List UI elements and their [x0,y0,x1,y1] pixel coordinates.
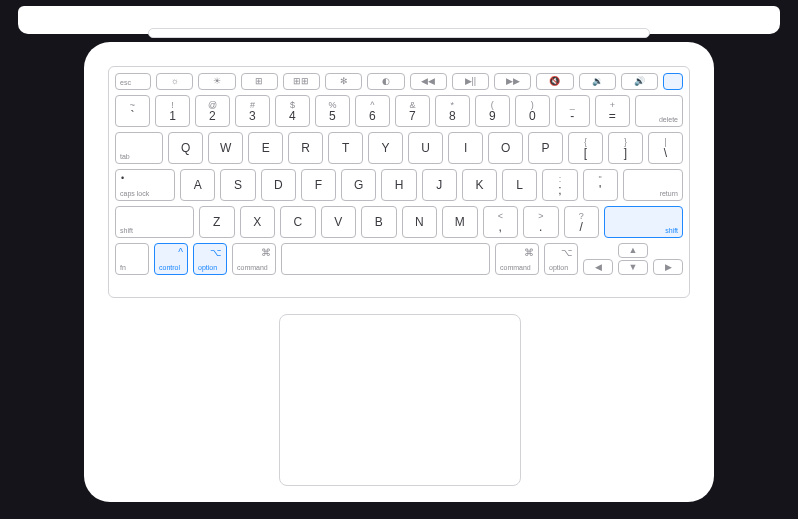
key-f[interactable]: F [301,169,336,201]
key-f5[interactable]: ✻ [325,73,362,90]
key-option-right[interactable]: ⌥option [544,243,578,275]
laptop-body: esc ☼ ☀ ⊞ ⊞⊞ ✻ ◐ ◀◀ ▶|| ▶▶ 🔇 🔉 🔊 ~` !1 @… [84,42,714,502]
key-b[interactable]: B [361,206,397,238]
key-3[interactable]: #3 [235,95,270,127]
key-fn[interactable]: fn [115,243,149,275]
key-s[interactable]: S [220,169,255,201]
key-f9[interactable]: ▶▶ [494,73,531,90]
arrow-cluster: ◀ ▲ ▼ ▶ [583,243,683,275]
key-delete[interactable]: delete [635,95,683,127]
key-arrow-up[interactable]: ▲ [618,243,648,258]
key-f4[interactable]: ⊞⊞ [283,73,320,90]
key-quote[interactable]: "' [583,169,618,201]
key-f3[interactable]: ⊞ [241,73,278,90]
key-y[interactable]: Y [368,132,403,164]
laptop-lid [18,6,780,34]
key-l[interactable]: L [502,169,537,201]
key-k[interactable]: K [462,169,497,201]
key-e[interactable]: E [248,132,283,164]
key-5[interactable]: %5 [315,95,350,127]
key-7[interactable]: &7 [395,95,430,127]
key-arrow-right[interactable]: ▶ [653,259,683,275]
key-return[interactable]: return [623,169,683,201]
key-1[interactable]: !1 [155,95,190,127]
key-u[interactable]: U [408,132,443,164]
key-arrow-left[interactable]: ◀ [583,259,613,275]
key-shift-right[interactable]: shift [604,206,683,238]
key-m[interactable]: M [442,206,478,238]
key-arrow-down[interactable]: ▼ [618,260,648,275]
key-a[interactable]: A [180,169,215,201]
key-grave[interactable]: ~` [115,95,150,127]
row-fn: esc ☼ ☀ ⊞ ⊞⊞ ✻ ◐ ◀◀ ▶|| ▶▶ 🔇 🔉 🔊 [115,73,683,90]
key-f6[interactable]: ◐ [367,73,404,90]
key-shift-left[interactable]: shift [115,206,194,238]
key-f8[interactable]: ▶|| [452,73,489,90]
key-2[interactable]: @2 [195,95,230,127]
key-z[interactable]: Z [199,206,235,238]
row-numbers: ~` !1 @2 #3 $4 %5 ^6 &7 *8 (9 )0 _- += d… [115,95,683,127]
laptop-keyboard-diagram: esc ☼ ☀ ⊞ ⊞⊞ ✻ ◐ ◀◀ ▶|| ▶▶ 🔇 🔉 🔊 ~` !1 @… [0,0,798,519]
key-t[interactable]: T [328,132,363,164]
key-f1[interactable]: ☼ [156,73,193,90]
key-n[interactable]: N [402,206,438,238]
key-o[interactable]: O [488,132,523,164]
key-control[interactable]: ^control [154,243,188,275]
key-tab[interactable]: tab [115,132,163,164]
key-q[interactable]: Q [168,132,203,164]
key-v[interactable]: V [321,206,357,238]
row-asdf: •caps lock A S D F G H J K L :; "' retur… [115,169,683,201]
key-c[interactable]: C [280,206,316,238]
key-slash[interactable]: ?/ [564,206,600,238]
key-command-right[interactable]: ⌘command [495,243,539,275]
key-d[interactable]: D [261,169,296,201]
key-p[interactable]: P [528,132,563,164]
key-f11[interactable]: 🔉 [579,73,616,90]
key-space[interactable] [281,243,490,275]
key-9[interactable]: (9 [475,95,510,127]
row-qwerty: tab Q W E R T Y U I O P {[ }] |\ [115,132,683,164]
key-4[interactable]: $4 [275,95,310,127]
key-bracket-right[interactable]: }] [608,132,643,164]
key-equal[interactable]: += [595,95,630,127]
key-backslash[interactable]: |\ [648,132,683,164]
key-r[interactable]: R [288,132,323,164]
key-j[interactable]: J [422,169,457,201]
key-option-left[interactable]: ⌥option [193,243,227,275]
key-0[interactable]: )0 [515,95,550,127]
key-command-left[interactable]: ⌘command [232,243,276,275]
key-power[interactable] [663,73,683,90]
key-comma[interactable]: <, [483,206,519,238]
key-capslock[interactable]: •caps lock [115,169,175,201]
key-bracket-left[interactable]: {[ [568,132,603,164]
key-w[interactable]: W [208,132,243,164]
key-6[interactable]: ^6 [355,95,390,127]
row-zxcv: shift Z X C V B N M <, >. ?/ shift [115,206,683,238]
row-bottom: fn ^control ⌥option ⌘command ⌘command ⌥o… [115,243,683,275]
key-f7[interactable]: ◀◀ [410,73,447,90]
trackpad[interactable] [279,314,521,486]
key-h[interactable]: H [381,169,416,201]
key-x[interactable]: X [240,206,276,238]
key-8[interactable]: *8 [435,95,470,127]
key-esc[interactable]: esc [115,73,151,90]
key-minus[interactable]: _- [555,95,590,127]
key-f12[interactable]: 🔊 [621,73,658,90]
key-semicolon[interactable]: :; [542,169,577,201]
key-period[interactable]: >. [523,206,559,238]
keyboard: esc ☼ ☀ ⊞ ⊞⊞ ✻ ◐ ◀◀ ▶|| ▶▶ 🔇 🔉 🔊 ~` !1 @… [108,66,690,298]
key-g[interactable]: G [341,169,376,201]
key-f2[interactable]: ☀ [198,73,235,90]
key-i[interactable]: I [448,132,483,164]
key-f10[interactable]: 🔇 [536,73,573,90]
